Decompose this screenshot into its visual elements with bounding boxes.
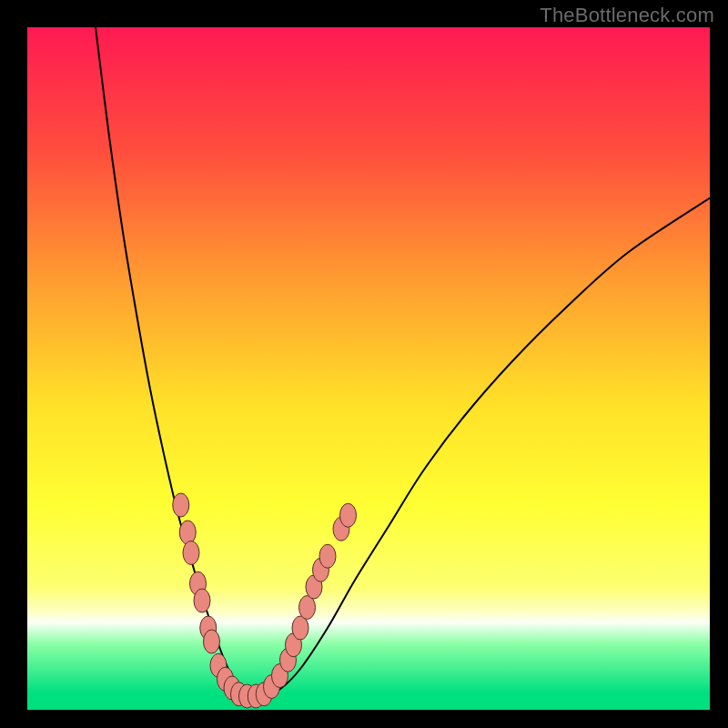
data-marker	[179, 521, 196, 544]
gradient-background	[27, 27, 710, 710]
watermark-text: TheBottleneck.com	[540, 4, 714, 27]
chart-svg	[27, 27, 710, 710]
data-marker	[340, 503, 357, 527]
data-marker	[173, 493, 189, 517]
data-marker	[183, 541, 199, 565]
data-marker	[194, 589, 210, 612]
data-marker	[319, 544, 336, 568]
chart-frame: TheBottleneck.com	[0, 0, 728, 728]
data-marker	[204, 630, 220, 653]
plot-area	[27, 27, 710, 710]
